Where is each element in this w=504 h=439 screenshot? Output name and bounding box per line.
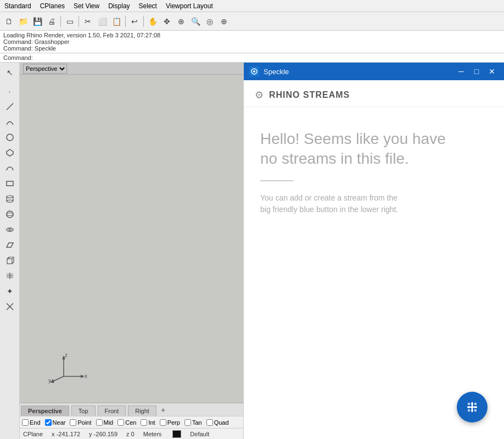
menu-setview[interactable]: Set View (69, 1, 104, 11)
viewport-label: Perspective Top Front Right (20, 63, 243, 75)
paste-button[interactable]: 📋 (110, 15, 123, 28)
settings-icon[interactable]: ⚙ (255, 89, 264, 101)
zoom-extents-button[interactable]: 🔍 (189, 15, 202, 28)
open-file-button[interactable]: 📁 (16, 15, 30, 28)
surface-tool-button[interactable] (3, 238, 17, 252)
svg-point-8 (7, 211, 13, 218)
speckle-content: Hello! Seems like you have no streams in… (244, 107, 504, 439)
menu-select[interactable]: Select (135, 1, 161, 11)
menu-cplanes[interactable]: CPlanes (36, 1, 69, 11)
cylinder-tool-button[interactable] (3, 192, 17, 206)
command-label: Command: (3, 54, 33, 61)
toolbar-separator-4 (143, 16, 144, 27)
zoom-in-button[interactable]: ⊕ (217, 15, 231, 28)
tab-front[interactable]: Front (98, 405, 126, 416)
tab-top[interactable]: Top (71, 405, 96, 416)
speckle-titlebar-left: Speckle (249, 66, 289, 76)
svg-marker-28 (81, 375, 85, 378)
command-log-line2: Command: Grasshopper (3, 38, 501, 45)
new-layout-button[interactable]: ▭ (63, 15, 76, 28)
speckle-titlebar: Speckle ─ □ ✕ (244, 63, 504, 80)
osnap-tan-checkbox[interactable] (184, 419, 191, 426)
cut-button[interactable]: ✂ (81, 15, 94, 28)
osnap-end-checkbox[interactable] (22, 419, 29, 426)
status-y: y -260.159 (89, 431, 117, 437)
close-button[interactable]: ✕ (485, 66, 499, 77)
point-tool-button[interactable]: · (3, 84, 17, 98)
osnap-cen[interactable]: Cen (117, 419, 136, 426)
sphere-tool-button[interactable] (3, 207, 17, 221)
osnap-point-checkbox[interactable] (70, 419, 76, 426)
command-input-bar: Command: (0, 53, 504, 63)
osnap-int[interactable]: Int (141, 419, 155, 426)
svg-point-7 (7, 200, 13, 202)
svg-point-1 (7, 134, 13, 141)
osnap-int-checkbox[interactable] (141, 419, 147, 426)
zoom-window-button[interactable]: ⊕ (175, 15, 188, 28)
speckle-logo-icon (249, 66, 259, 76)
arc-tool-button[interactable] (3, 115, 17, 129)
trim-tool-button[interactable] (3, 299, 17, 314)
osnap-cen-checkbox[interactable] (117, 419, 124, 426)
maximize-button[interactable]: □ (470, 66, 483, 77)
osnap-perp-checkbox[interactable] (160, 419, 166, 426)
pan-button[interactable]: ✋ (146, 15, 159, 28)
svg-marker-2 (7, 149, 13, 156)
main-area: ↖ · (0, 63, 504, 439)
mesh-tool-button[interactable] (3, 269, 17, 283)
left-sidebar: ↖ · (0, 63, 20, 439)
tab-add-button[interactable]: + (158, 404, 169, 416)
select-tool-button[interactable]: ↖ (3, 65, 17, 80)
svg-text:x: x (85, 373, 87, 379)
add-stream-fab[interactable] (457, 392, 488, 423)
menu-standard[interactable]: Standard (0, 1, 36, 11)
osnap-end[interactable]: End (22, 419, 41, 426)
svg-point-4 (7, 196, 13, 198)
speckle-panel: Speckle ─ □ ✕ ⚙ RHINO STREAMS Hello! See… (243, 63, 504, 439)
menu-display[interactable]: Display (104, 1, 134, 11)
osnap-near[interactable]: Near (45, 419, 66, 426)
toolbar: 🗋 📁 💾 🖨 ▭ ✂ ⬜ 📋 ↩ ✋ ✥ ⊕ 🔍 ◎ ⊕ (0, 12, 504, 31)
status-units: Meters (143, 431, 162, 437)
osnap-mid[interactable]: Mid (96, 419, 114, 426)
save-file-button[interactable]: 💾 (31, 15, 44, 28)
toolbar-separator-3 (125, 16, 126, 27)
status-layer: Default (190, 431, 209, 437)
torus-tool-button[interactable] (3, 223, 17, 237)
viewport-canvas[interactable]: z y x (20, 75, 243, 403)
osnap-point[interactable]: Point (70, 419, 91, 426)
circle-tool-button[interactable] (3, 130, 17, 145)
menu-viewport-layout[interactable]: Viewport Layout (161, 1, 217, 11)
status-color-swatch (172, 430, 181, 438)
minimize-button[interactable]: ─ (455, 66, 468, 77)
command-input[interactable] (35, 54, 501, 61)
svg-point-31 (253, 70, 255, 73)
osnap-tan[interactable]: Tan (184, 419, 202, 426)
status-cplane: CPlane (23, 431, 43, 437)
tab-perspective[interactable]: Perspective (21, 405, 69, 416)
viewport-select[interactable]: Perspective Top Front Right (23, 64, 67, 74)
osnap-quad[interactable]: Quad (206, 419, 229, 426)
svg-text:z: z (65, 352, 68, 358)
zoom-selected-button[interactable]: ◎ (203, 15, 216, 28)
rect-tool-button[interactable] (3, 176, 17, 191)
speckle-divider (260, 180, 293, 181)
new-file-button[interactable]: 🗋 (2, 15, 15, 28)
osnap-mid-checkbox[interactable] (96, 419, 103, 426)
osnap-quad-checkbox[interactable] (206, 419, 213, 426)
curve-tool-button[interactable] (3, 161, 17, 175)
status-z: z 0 (126, 431, 135, 437)
transform-tool-button[interactable]: ✦ (3, 284, 17, 298)
speckle-hint-text: You can add or create a stream from theb… (260, 192, 398, 215)
tab-right[interactable]: Right (128, 405, 156, 416)
osnap-perp[interactable]: Perp (160, 419, 180, 426)
copy-button[interactable]: ⬜ (96, 15, 109, 28)
solid-tool-button[interactable] (3, 253, 17, 268)
titlebar-controls: ─ □ ✕ (455, 66, 499, 77)
undo-button[interactable]: ↩ (128, 15, 141, 28)
line-tool-button[interactable] (3, 99, 17, 114)
move-button[interactable]: ✥ (160, 15, 173, 28)
polygon-tool-button[interactable] (3, 146, 17, 160)
osnap-near-checkbox[interactable] (45, 419, 52, 426)
print-button[interactable]: 🖨 (45, 15, 58, 28)
